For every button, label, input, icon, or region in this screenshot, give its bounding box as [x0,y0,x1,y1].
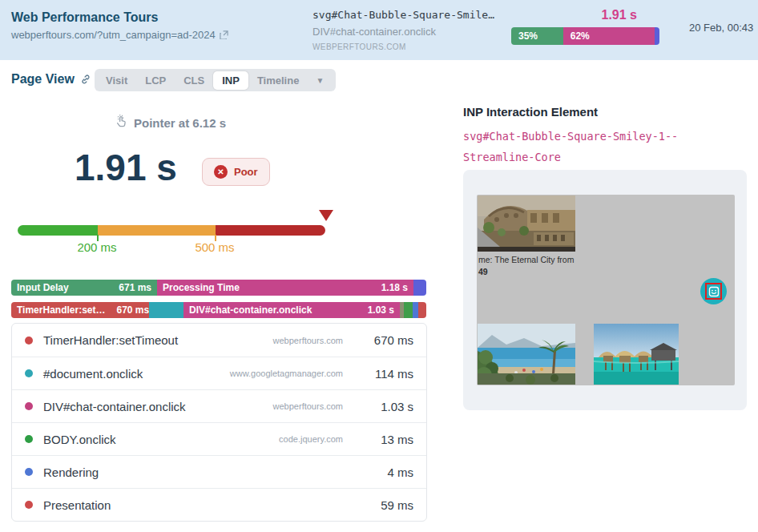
phase-input-delay-segment: Input Delay671 ms [11,280,157,296]
interaction-type-row: Pointer at 6.12 s [114,115,226,131]
element-selector-truncated: svg#Chat-Bubble-Square-Smile… [312,9,494,21]
table-row-body-onclick[interactable]: BODY.onclick code.jquery.com 13 ms [12,422,426,455]
row-label: DIV#chat-container.onclick [43,400,273,413]
tab-visit[interactable]: Visit [97,71,136,90]
minibar-input-delay-segment: 35% [511,27,563,45]
row-label: BODY.onclick [43,433,279,446]
interaction-element-summary: svg#Chat-Bubble-Square-Smile… DIV#chat-c… [312,9,494,51]
table-row-timerhandler[interactable]: TimerHandler:setTimeout webperftours.com… [12,324,426,357]
row-label: #document.onclick [43,367,230,381]
row-color-dot [25,369,33,377]
screenshot-caption: me: The Eternal City from 49 [478,254,574,277]
inp-debug-view: Web Performance Tours webperftours.com/?… [0,0,758,532]
external-link-icon[interactable] [220,30,228,39]
script-presentation-segment [418,302,426,318]
tab-lcp[interactable]: LCP [136,71,175,90]
smiley-chat-icon [708,286,720,297]
inp-summary: 1.91 s 35% 62% [511,8,659,45]
element-screenshot-card: me: The Eternal City from 49 [463,170,747,410]
page-screenshot: me: The Eternal City from 49 [477,195,735,385]
row-domain: webperftours.com [273,336,343,345]
row-label: TimerHandler:setTimeout [43,333,273,347]
beach-photo [478,324,575,385]
tab-inp[interactable]: INP [213,71,248,90]
row-domain: webperftours.com [273,401,343,411]
site-title: Web Performance Tours [11,10,228,25]
row-color-dot [25,435,33,443]
row-color-dot [25,402,33,410]
row-domain: code.jquery.com [279,434,343,444]
page-view-heading: Page View [11,72,91,87]
row-color-dot [25,337,33,345]
scale-mid-segment [98,225,216,236]
script-breakdown-bar: TimerHandler:set…670 ms DIV#chat-contain… [11,302,426,318]
phase-processing-segment: Processing Time1.18 s [157,280,413,296]
row-label: Rendering [43,466,343,479]
scale-label-good: 200 ms [77,240,116,254]
table-row-document-onclick[interactable]: #document.onclick www.googletagmanager.c… [12,357,426,389]
script-chat-container-segment: DIV#chat-container.onclick1.03 s [183,302,400,318]
caption-line-1: me: The Eternal City from [478,254,574,266]
row-value: 59 ms [346,498,413,512]
row-color-dot [25,468,33,476]
test-timestamp: 20 Feb, 00:43 [689,22,753,34]
phase-breakdown-bar: Input Delay671 ms Processing Time1.18 s [11,280,426,296]
element-highlight-box [705,283,722,300]
script-timerhandler-segment: TimerHandler:set…670 ms [11,302,149,318]
chat-bubble-smiley-button [700,278,727,304]
inp-value-header: 1.91 s [511,8,659,22]
inspector-element-selector: svg#Chat-Bubble-Square-Smiley-1--Streaml… [463,126,736,167]
scale-label-poor: 500 ms [195,240,234,254]
inspector-heading: INP Interaction Element [463,105,598,119]
minibar-presentation-segment [655,27,659,45]
scale-poor-segment [216,225,325,236]
page-view-label: Page View [11,72,75,87]
scale-good-segment [18,225,98,236]
pointer-label: Pointer at 6.12 s [134,116,226,130]
event-breakdown-table: TimerHandler:setTimeout webperftours.com… [11,323,427,522]
rome-photo [478,195,575,252]
rating-label: Poor [234,166,258,178]
caption-line-2: 49 [478,266,574,278]
tab-cls[interactable]: CLS [175,71,213,90]
page-header: Web Performance Tours webperftours.com/?… [0,0,758,60]
row-value: 13 ms [346,433,413,446]
tab-timeline[interactable]: Timeline [248,71,308,90]
bungalow-photo [594,324,679,385]
row-color-dot [25,501,33,509]
threshold-scale-bar [18,225,325,236]
permalink-icon[interactable] [80,74,91,85]
table-row-presentation[interactable]: Presentation 59 ms [12,488,426,521]
row-label: Presentation [43,498,343,512]
scale-value-marker-icon [319,210,333,221]
row-domain: www.googletagmanager.com [230,369,343,378]
minibar-processing-segment: 62% [563,27,655,45]
script-body-onclick-segment [404,302,413,318]
row-value: 4 ms [346,466,413,479]
tabs-dropdown-caret-icon[interactable]: ▼ [308,76,333,85]
metric-tabstrip: Visit LCP CLS INP Timeline ▼ [95,69,336,91]
row-value: 114 ms [346,367,413,381]
element-domain: WEBPERFTOURS.COM [312,42,494,51]
rating-badge: ✕ Poor [202,158,270,186]
row-value: 670 ms [346,333,413,347]
element-handler: DIV#chat-container.onclick [312,26,494,38]
script-document-onclick-segment [149,302,183,318]
inp-phase-minibar: 35% 62% [511,27,659,45]
inp-metric-value: 1.91 s [75,146,177,189]
pointer-tap-icon [114,115,127,131]
poor-x-icon: ✕ [214,165,228,179]
site-url-link[interactable]: webperftours.com/?utm_campaign=ad-2024 [11,29,216,41]
row-value: 1.03 s [346,400,413,413]
site-info: Web Performance Tours webperftours.com/?… [11,10,228,41]
phase-presentation-segment [413,280,426,296]
table-row-chat-container[interactable]: DIV#chat-container.onclick webperftours.… [12,389,426,422]
table-row-rendering[interactable]: Rendering 4 ms [12,455,426,488]
script-rendering-segment [413,302,418,318]
